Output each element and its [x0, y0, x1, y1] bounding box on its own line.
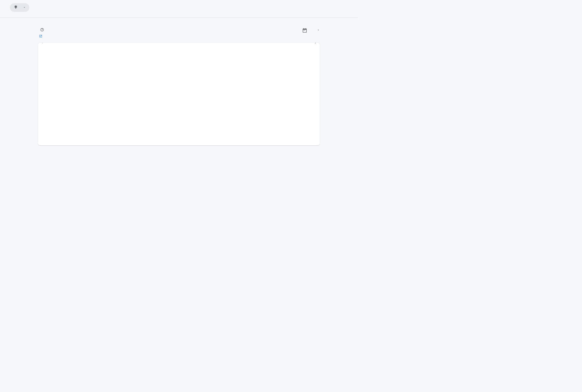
- dropdown-caret-icon: [23, 6, 26, 9]
- tabs-bar: [0, 12, 358, 18]
- database-selector[interactable]: [10, 3, 30, 12]
- chart-area: [38, 43, 320, 145]
- period-selector[interactable]: [302, 28, 320, 34]
- usage-subtitle: [38, 34, 44, 38]
- usage-chart: [51, 51, 313, 134]
- external-link-icon: [38, 34, 42, 38]
- dropdown-caret-icon: [317, 28, 320, 32]
- calendar-icon: [302, 28, 307, 34]
- help-icon[interactable]: [40, 28, 44, 32]
- firestore-icon: [13, 5, 18, 10]
- usage-card: [38, 43, 320, 145]
